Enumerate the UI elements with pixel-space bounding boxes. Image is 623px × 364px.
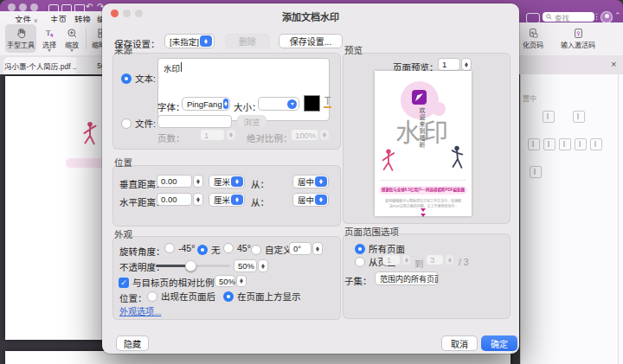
align-center-horizontal-icon[interactable] bbox=[543, 111, 555, 123]
activation-key-icon bbox=[573, 28, 584, 39]
above-page-label: 在页面上方显示 bbox=[237, 290, 301, 303]
h-unit-dropdown[interactable]: 厘米 bbox=[209, 193, 245, 207]
hand-icon bbox=[16, 28, 27, 39]
page-preview-input[interactable]: 1 bbox=[438, 58, 460, 71]
relative-scale-row[interactable]: ✓ 与目标页的相对比例 bbox=[119, 276, 215, 289]
all-pages-label: 所有页面 bbox=[369, 242, 405, 255]
rotation-neg45-option[interactable]: -45° bbox=[164, 243, 195, 253]
opacity-slider-fill bbox=[156, 265, 189, 267]
file-radio-row[interactable]: 文件: bbox=[121, 117, 156, 130]
tool-hand[interactable]: 手型工具 bbox=[5, 24, 36, 53]
h-distance-input[interactable]: 0.00 bbox=[157, 193, 192, 206]
rotation-neg45-radio[interactable] bbox=[164, 243, 175, 253]
above-page-option[interactable]: 在页面上方显示 bbox=[223, 290, 301, 303]
save-settings-button[interactable]: 保存设置... bbox=[279, 34, 343, 48]
preset-dropdown[interactable]: [未指定] bbox=[164, 34, 215, 48]
align-right-icon[interactable] bbox=[575, 138, 587, 150]
distribute-vertical-icon[interactable] bbox=[530, 166, 542, 178]
tool-page-number[interactable]: # 化页码 bbox=[516, 24, 550, 53]
font-dropdown[interactable]: PingFang bbox=[182, 97, 230, 111]
right-panel: 置中 bbox=[520, 74, 623, 364]
align-left-icon[interactable] bbox=[528, 138, 540, 150]
size-combobox[interactable] bbox=[258, 97, 299, 111]
search-input[interactable]: 查找 bbox=[543, 12, 594, 22]
screen: { "colors": { "accent_blue": "#3d7cf5", … bbox=[0, 0, 623, 364]
relative-scale-stepper[interactable] bbox=[236, 275, 247, 287]
page-number-icon: # bbox=[528, 28, 539, 39]
rotation-custom-input[interactable]: 0° bbox=[289, 242, 312, 255]
more-menu-icon[interactable]: ⋮ bbox=[593, 12, 601, 21]
undo-icon[interactable]: ↶ bbox=[86, 2, 93, 11]
text-radio-row[interactable]: 文本: bbox=[121, 72, 156, 85]
from-page-input: 1 bbox=[382, 254, 401, 265]
relative-scale-input[interactable]: 50% bbox=[215, 275, 235, 287]
rotation-custom-option[interactable]: 自定义 bbox=[251, 243, 292, 256]
v-unit-value: 厘米 bbox=[214, 176, 230, 188]
document-tab-active[interactable]: 冯小惠-个人简历.pdf ... bbox=[3, 57, 80, 74]
stepper-icon bbox=[315, 195, 327, 205]
stepper-icon bbox=[231, 195, 243, 205]
rotation-custom-label: 自定义 bbox=[265, 243, 292, 256]
rotation-custom-radio[interactable] bbox=[251, 245, 261, 255]
rotation-45-option[interactable]: 45° bbox=[223, 243, 251, 253]
hide-button[interactable]: 隐藏 bbox=[116, 335, 149, 351]
window-minimize-button[interactable] bbox=[19, 3, 27, 11]
stepper-icon bbox=[231, 176, 243, 187]
subset-label: 子集： bbox=[344, 274, 372, 287]
text-radio[interactable] bbox=[121, 73, 132, 84]
behind-page-radio[interactable] bbox=[147, 291, 157, 302]
page-preview-stepper[interactable] bbox=[461, 58, 472, 71]
align-bottom-icon[interactable] bbox=[559, 138, 571, 150]
appearance-options-link[interactable]: 外观选项... bbox=[119, 304, 161, 317]
v-unit-dropdown[interactable]: 厘米 bbox=[209, 175, 245, 188]
double-chevron-down-icon bbox=[375, 209, 472, 220]
behind-page-option[interactable]: 出现在页面后 bbox=[147, 290, 215, 303]
toolbar-divider bbox=[86, 27, 87, 49]
wm-position-label: 位置： bbox=[119, 291, 147, 304]
text-color-swatch[interactable] bbox=[304, 95, 320, 112]
h-distance-stepper[interactable] bbox=[193, 193, 203, 206]
v-from-dropdown[interactable]: 居中 bbox=[292, 175, 329, 188]
opacity-input[interactable]: 50% bbox=[234, 259, 257, 272]
font-label: 字体： bbox=[157, 100, 185, 113]
user-avatar[interactable] bbox=[601, 11, 613, 23]
collapse-ribbon-icon[interactable]: ⌃ bbox=[614, 11, 621, 20]
align-top-icon[interactable] bbox=[543, 138, 556, 150]
tool-activation[interactable]: 输入激活码 bbox=[554, 24, 602, 53]
subset-dropdown[interactable]: 范围内的所有页面 bbox=[375, 271, 439, 285]
above-page-radio[interactable] bbox=[223, 291, 234, 302]
relative-scale-checkbox[interactable]: ✓ bbox=[119, 278, 129, 288]
to-label: 到 bbox=[414, 257, 424, 270]
window-close-button[interactable] bbox=[8, 3, 16, 11]
h-unit-value: 厘米 bbox=[214, 194, 230, 206]
opacity-stepper[interactable] bbox=[258, 259, 268, 272]
rotation-45-radio[interactable] bbox=[223, 243, 234, 253]
distribute-horizontal-icon[interactable] bbox=[590, 138, 602, 150]
file-path-input[interactable] bbox=[157, 115, 232, 128]
to-page-stepper bbox=[445, 254, 454, 265]
file-radio[interactable] bbox=[121, 118, 132, 129]
v-distance-input[interactable]: 0.00 bbox=[157, 175, 192, 188]
all-pages-radio[interactable] bbox=[355, 244, 365, 254]
ok-button[interactable]: 确定 bbox=[481, 335, 517, 351]
all-pages-option[interactable]: 所有页面 bbox=[355, 242, 405, 255]
tool-zoom[interactable]: 缩放 bbox=[61, 24, 82, 53]
pages-stepper bbox=[226, 129, 236, 141]
rotation-custom-stepper[interactable] bbox=[312, 242, 323, 255]
from-page-radio[interactable] bbox=[355, 257, 365, 267]
panel-close-icon[interactable]: × bbox=[611, 59, 616, 69]
v-distance-stepper[interactable] bbox=[193, 175, 203, 188]
rotation-none-radio[interactable] bbox=[197, 245, 208, 255]
opacity-slider-thumb[interactable] bbox=[185, 260, 196, 271]
avatar-head bbox=[605, 14, 609, 18]
v-from-label: 从： bbox=[251, 177, 269, 190]
cancel-button[interactable]: 取消 bbox=[441, 335, 478, 351]
text-color-icon[interactable]: T bbox=[324, 96, 331, 108]
rotation-none-option[interactable]: 无 bbox=[197, 243, 221, 256]
align-center-page-icon[interactable] bbox=[573, 111, 585, 123]
search-placeholder: 查找 bbox=[555, 12, 569, 22]
h-from-dropdown[interactable]: 居中 bbox=[292, 193, 329, 207]
preview-ground-line bbox=[380, 180, 466, 181]
window-zoom-button[interactable] bbox=[30, 3, 38, 11]
tool-select[interactable]: T 选择 bbox=[39, 24, 60, 53]
